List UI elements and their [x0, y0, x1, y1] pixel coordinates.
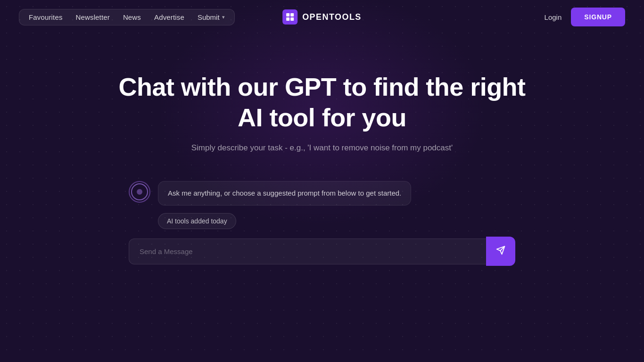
nav-links-container: Favourites Newsletter News Advertise Sub… [19, 9, 235, 25]
svg-rect-1 [290, 13, 294, 16]
chevron-down-icon: ▾ [222, 14, 225, 20]
chat-container: Ask me anything, or choose a suggested p… [129, 181, 515, 266]
nav-advertise[interactable]: Advertise [154, 13, 184, 21]
input-row [129, 237, 515, 266]
nav-newsletter[interactable]: Newsletter [76, 13, 110, 21]
hero-title: Chat with our GPT to find the right AI t… [110, 72, 534, 133]
nav-favourites[interactable]: Favourites [29, 13, 63, 21]
nav-auth: Login SIGNUP [545, 8, 625, 26]
svg-rect-0 [286, 13, 289, 16]
suggestions-row: AI tools added today [129, 213, 515, 229]
nav-submit[interactable]: Submit ▾ [198, 13, 225, 21]
logo-text: OPENTOOLS [302, 12, 362, 22]
logo[interactable]: OPENTOOLS [282, 9, 362, 25]
main-content: Chat with our GPT to find the right AI t… [0, 34, 644, 266]
logo-icon [282, 9, 297, 25]
message-input[interactable] [129, 239, 486, 264]
svg-rect-3 [290, 17, 294, 21]
signup-button[interactable]: SIGNUP [571, 8, 625, 26]
navbar: Favourites Newsletter News Advertise Sub… [0, 0, 644, 34]
bot-avatar-inner [131, 183, 148, 200]
send-icon [496, 246, 505, 257]
bot-message-bubble: Ask me anything, or choose a suggested p… [158, 181, 411, 206]
send-button[interactable] [486, 237, 515, 266]
nav-news[interactable]: News [123, 13, 141, 21]
hero-subtitle: Simply describe your task - e.g., 'I wan… [191, 143, 453, 153]
login-button[interactable]: Login [545, 13, 562, 21]
bot-avatar [129, 181, 150, 203]
svg-rect-2 [286, 17, 289, 21]
bot-message-row: Ask me anything, or choose a suggested p… [129, 181, 515, 206]
suggestion-chip-1[interactable]: AI tools added today [158, 213, 236, 229]
